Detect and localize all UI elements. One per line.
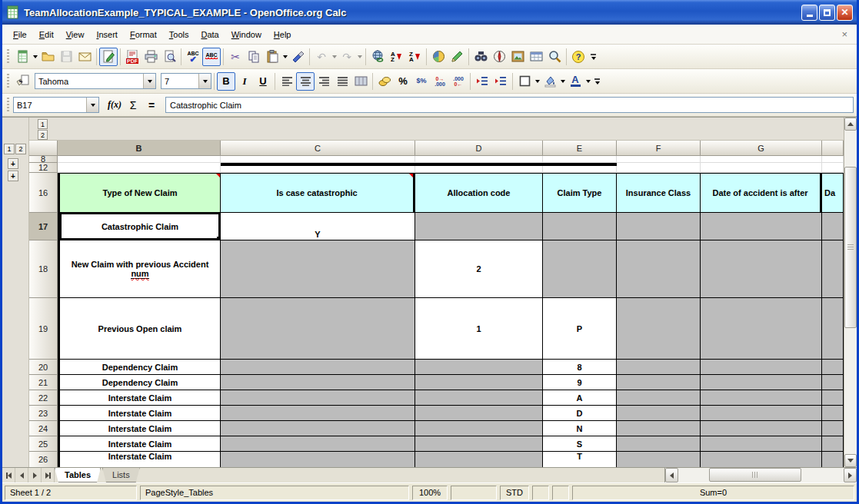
column-outline-level-2-button[interactable]: 2 [38, 130, 48, 140]
cell-C16[interactable]: Is case catastrophic [221, 173, 415, 213]
cell-E17[interactable] [543, 213, 617, 240]
cell-B20[interactable]: Dependency Claim [58, 360, 221, 375]
paste-dropdown[interactable] [281, 48, 288, 66]
export-pdf-button[interactable]: PDF [123, 48, 142, 66]
cell-C17[interactable]: Y [221, 213, 415, 240]
cell-B16[interactable]: Type of New Claim [58, 173, 221, 213]
insert-chart-button[interactable] [429, 48, 448, 66]
scroll-down-button[interactable] [844, 454, 857, 467]
cell-F19[interactable] [617, 298, 701, 360]
cell-G12[interactable] [701, 163, 822, 173]
undo-button[interactable]: ↶ [312, 48, 331, 66]
cell-F16[interactable]: Insurance Class [617, 173, 701, 213]
row-header-26[interactable]: 26 [29, 452, 58, 467]
name-box-dropdown[interactable] [86, 98, 98, 112]
column-header-C[interactable]: C [221, 141, 415, 156]
row-outline-level-1-button[interactable]: 1 [4, 144, 15, 154]
title-bar[interactable]: TeamAllocationExample_TYPICAL_EXAMPLE - … [2, 0, 857, 25]
font-name-input[interactable] [35, 74, 143, 88]
font-color-button[interactable]: A [566, 72, 584, 91]
column-header-F[interactable]: F [617, 141, 701, 156]
cell-B19[interactable]: Previous Open claim [58, 298, 221, 360]
font-size-input[interactable] [161, 74, 198, 88]
corner-header[interactable] [29, 141, 58, 156]
new-document-button[interactable] [13, 48, 32, 66]
save-button[interactable] [57, 48, 75, 66]
italic-button[interactable]: I [235, 72, 254, 91]
first-sheet-button[interactable] [2, 468, 15, 482]
maximize-button[interactable] [819, 5, 835, 21]
cell-E19[interactable]: P [543, 298, 617, 360]
cell-E21[interactable]: 9 [543, 375, 617, 390]
underline-button[interactable]: U [254, 72, 272, 91]
find-replace-button[interactable] [471, 48, 490, 66]
status-sum[interactable]: Sum=0 [572, 486, 854, 500]
navigator-button[interactable] [490, 48, 508, 66]
row-header-18[interactable]: 18 [29, 240, 58, 298]
undo-dropdown[interactable] [331, 48, 338, 66]
menu-tools[interactable]: Tools [163, 27, 195, 42]
row-header-12[interactable]: 12 [29, 163, 58, 173]
cell-D18[interactable]: 2 [415, 240, 543, 298]
close-button[interactable]: ✕ [837, 5, 853, 21]
redo-button[interactable]: ↷ [338, 48, 356, 66]
cell-B26[interactable]: Interstate Claim [58, 452, 221, 467]
cell-G18[interactable] [701, 240, 822, 298]
toolbar-overflow-button[interactable] [594, 78, 600, 85]
cell-B23[interactable]: Interstate Claim [58, 406, 221, 421]
cell-H18[interactable] [822, 240, 844, 298]
cell-F25[interactable] [617, 436, 701, 452]
cell-D25[interactable] [415, 436, 543, 452]
align-center-button[interactable] [296, 72, 315, 91]
cell-E26[interactable]: T [543, 452, 617, 467]
cell-E20[interactable]: 8 [543, 360, 617, 375]
menu-data[interactable]: Data [195, 27, 225, 42]
function-button[interactable]: = [142, 96, 161, 114]
cell-E23[interactable]: D [543, 406, 617, 421]
menu-file[interactable]: File [7, 27, 33, 42]
delete-decimal-place-button[interactable]: .0000← [449, 72, 468, 91]
cell-C24[interactable] [221, 421, 415, 436]
increase-indent-button[interactable] [491, 72, 510, 91]
next-sheet-button[interactable] [28, 468, 42, 482]
cell-G22[interactable] [701, 390, 822, 406]
menu-format[interactable]: Format [124, 27, 163, 42]
help-button[interactable]: ? [569, 48, 588, 66]
cell-E8[interactable] [543, 156, 617, 163]
cell-G23[interactable] [701, 406, 822, 421]
column-header-E[interactable]: E [543, 141, 617, 156]
cell-C22[interactable] [221, 390, 415, 406]
row-header-17[interactable]: 17 [29, 213, 58, 240]
minimize-button[interactable] [801, 5, 817, 21]
cell-H8[interactable] [822, 156, 844, 163]
gallery-button[interactable] [508, 48, 527, 66]
menu-edit[interactable]: Edit [33, 27, 60, 42]
bold-button[interactable]: B [217, 72, 235, 91]
hyperlink-button[interactable] [368, 48, 387, 66]
cell-B22[interactable]: Interstate Claim [58, 390, 221, 406]
row-header-19[interactable]: 19 [29, 298, 58, 360]
cell-E22[interactable]: A [543, 390, 617, 406]
merge-cells-button[interactable] [351, 72, 370, 91]
status-insert-mode[interactable] [451, 486, 497, 500]
add-decimal-place-button[interactable]: 0→.000 [431, 72, 449, 91]
horizontal-scrollbar[interactable] [664, 468, 857, 482]
cell-D19[interactable]: 1 [415, 298, 543, 360]
justify-button[interactable] [333, 72, 351, 91]
cell-H26[interactable] [822, 452, 844, 467]
background-color-dropdown[interactable] [559, 72, 566, 91]
sort-descending-button[interactable]: ZA [405, 48, 424, 66]
cut-button[interactable]: ✂ [226, 48, 245, 66]
cell-G21[interactable] [701, 375, 822, 390]
cell-E18[interactable] [543, 240, 617, 298]
font-color-dropdown[interactable] [584, 72, 591, 91]
status-zoom[interactable]: 100% [412, 486, 448, 500]
previous-sheet-button[interactable] [15, 468, 28, 482]
align-right-button[interactable] [315, 72, 333, 91]
horizontal-scroll-track[interactable] [678, 468, 844, 482]
cell-E24[interactable]: N [543, 421, 617, 436]
cell-D20[interactable] [415, 360, 543, 375]
cell-B8[interactable] [58, 156, 221, 163]
show-draw-functions-button[interactable] [448, 48, 466, 66]
cell-H25[interactable] [822, 436, 844, 452]
